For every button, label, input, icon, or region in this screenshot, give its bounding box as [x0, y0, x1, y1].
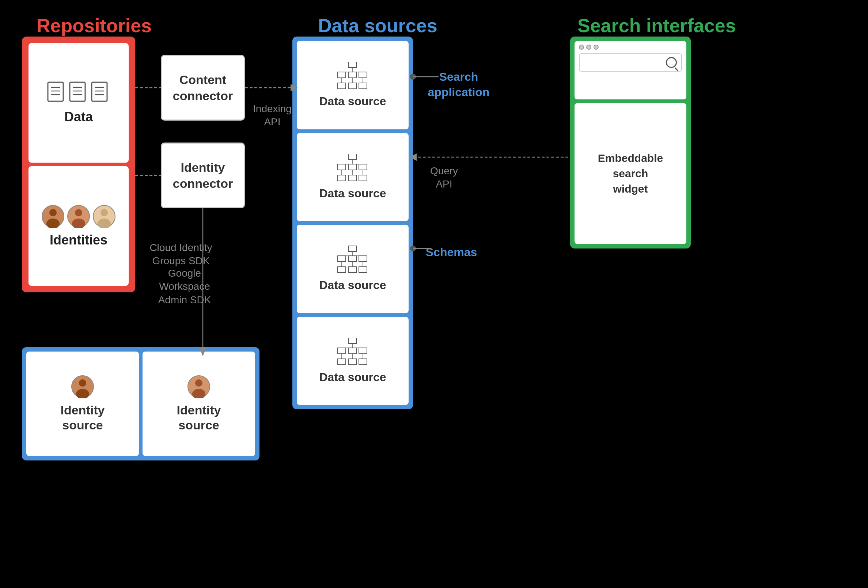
svg-rect-24 — [359, 72, 367, 78]
svg-rect-48 — [348, 256, 356, 261]
svg-point-13 — [49, 209, 57, 216]
data-box: Data — [28, 43, 128, 163]
datasource-box-1: Data source — [297, 41, 409, 129]
data-label: Data — [64, 109, 93, 125]
embeddable-label: Embeddablesearchwidget — [598, 151, 663, 196]
svg-rect-25 — [338, 83, 346, 89]
svg-rect-4 — [70, 82, 85, 101]
svg-rect-34 — [348, 154, 356, 160]
person-icon-2 — [67, 205, 90, 228]
doc-icon-1 — [47, 81, 66, 105]
search-icon — [666, 57, 677, 68]
org-chart-icon-2 — [336, 154, 369, 183]
identity-source-box-1: Identitysource — [26, 352, 139, 456]
identities-box: Identities — [28, 166, 128, 286]
datasources-outer-box: Data source Data source — [292, 37, 413, 409]
svg-rect-23 — [348, 72, 356, 78]
svg-rect-60 — [348, 348, 356, 354]
svg-point-74 — [195, 379, 202, 387]
doc-icon-2 — [69, 81, 88, 105]
data-icons — [47, 81, 110, 105]
search-interfaces-label: Search interfaces — [577, 15, 736, 37]
identity-source-person-1 — [71, 375, 94, 398]
svg-rect-37 — [359, 164, 367, 170]
win-dot-1 — [579, 44, 584, 50]
svg-rect-61 — [359, 348, 367, 354]
win-dot-2 — [586, 44, 591, 50]
person-icon-3 — [93, 205, 116, 228]
person-icon-1 — [41, 205, 65, 228]
datasource-label-4: Data source — [319, 371, 386, 384]
svg-rect-49 — [359, 256, 367, 261]
doc-icon-3 — [91, 81, 110, 105]
svg-rect-21 — [348, 62, 356, 68]
org-chart-icon-1 — [336, 62, 369, 91]
datasource-box-4: Data source — [297, 317, 409, 405]
svg-rect-58 — [348, 338, 356, 344]
window-dots — [574, 41, 686, 53]
identities-label: Identities — [50, 232, 108, 248]
svg-rect-47 — [338, 256, 346, 261]
svg-rect-26 — [348, 83, 356, 89]
svg-rect-59 — [338, 348, 346, 354]
identity-source-box-2: Identitysource — [143, 352, 255, 456]
query-api-label: Query API — [422, 164, 466, 191]
datasource-box-2: Data source — [297, 133, 409, 222]
indexing-api-label: Indexing API — [250, 102, 294, 129]
datasource-label-2: Data source — [319, 187, 386, 200]
svg-rect-64 — [359, 359, 367, 365]
identity-source-label-1: Identitysource — [61, 403, 105, 433]
svg-rect-35 — [338, 164, 346, 170]
svg-rect-50 — [338, 267, 346, 273]
identity-source-label-2: Identitysource — [177, 403, 221, 433]
person-icons — [41, 205, 116, 228]
svg-rect-38 — [338, 175, 346, 181]
datasource-label-3: Data source — [319, 278, 386, 292]
content-connector-label: Contentconnector — [173, 72, 233, 104]
svg-rect-52 — [359, 267, 367, 273]
identity-source-person-2 — [187, 375, 211, 398]
svg-point-16 — [75, 209, 82, 216]
identity-connector-box: Identityconnector — [161, 143, 245, 208]
search-bar-box — [574, 41, 686, 99]
repositories-box: Data — [22, 37, 135, 293]
svg-rect-62 — [338, 359, 346, 365]
org-chart-icon-4 — [336, 338, 369, 367]
org-chart-icon-3 — [336, 245, 369, 275]
search-field[interactable] — [579, 53, 682, 72]
content-connector-box: Contentconnector — [161, 55, 245, 121]
svg-rect-0 — [48, 82, 63, 101]
datasource-box-3: Data source — [297, 225, 409, 313]
svg-rect-22 — [338, 72, 346, 78]
identity-connector-label: Identityconnector — [173, 160, 233, 192]
cloud-identity-label: Cloud Identity Groups SDK — [145, 241, 217, 268]
svg-rect-63 — [348, 359, 356, 365]
svg-rect-8 — [92, 82, 107, 101]
search-interfaces-outer-box: Embeddablesearchwidget — [570, 37, 691, 248]
datasource-label-1: Data source — [319, 95, 386, 108]
svg-point-19 — [100, 209, 108, 216]
svg-rect-27 — [359, 83, 367, 89]
embeddable-widget-box: Embeddablesearchwidget — [574, 103, 686, 244]
svg-rect-40 — [359, 175, 367, 181]
diagram-container: Repositories Data sources Search interfa… — [0, 0, 868, 588]
datasources-label: Data sources — [318, 15, 437, 37]
svg-rect-51 — [348, 267, 356, 273]
svg-rect-46 — [348, 245, 356, 251]
schemas-label: Schemas — [422, 245, 481, 260]
repositories-label: Repositories — [37, 15, 152, 37]
identity-sources-outer-box: Identitysource Identitysource — [22, 347, 260, 461]
svg-rect-39 — [348, 175, 356, 181]
search-application-label: Search application — [422, 69, 495, 100]
win-dot-3 — [593, 44, 599, 50]
google-workspace-label: Google Workspace Admin SDK — [145, 267, 225, 307]
svg-point-71 — [79, 379, 86, 387]
svg-rect-36 — [348, 164, 356, 170]
